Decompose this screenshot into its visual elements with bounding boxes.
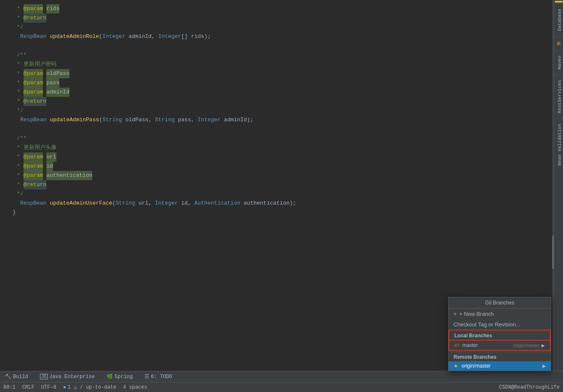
sidebar-item-maven-label[interactable]: Maven xyxy=(554,50,563,75)
popup-title: Git Branches xyxy=(448,297,551,309)
tag-icon: 🏷 xyxy=(454,343,459,348)
annotation-param: @param xyxy=(24,4,43,13)
code-line: RespBean updateAdminUserFace(String url,… xyxy=(0,199,555,208)
build-tab[interactable]: 🔨 Build xyxy=(3,373,30,381)
spring-tab[interactable]: 🌿 Spring xyxy=(105,373,134,381)
code-line: * @return xyxy=(0,180,555,189)
code-line: * @param rids xyxy=(0,4,555,13)
remote-branch-name: origin/master xyxy=(462,363,491,369)
list-icon: ☰ xyxy=(144,373,149,380)
code-line: * @param authentication xyxy=(0,171,555,180)
remote-branch-origin-master[interactable]: ★ origin/master ▶ xyxy=(448,361,551,371)
code-line: * @param pass xyxy=(0,78,555,88)
new-branch-button[interactable]: + + New Branch xyxy=(448,309,551,319)
user-info: CSDN@ReadThroughLife xyxy=(499,384,560,390)
code-line: /** xyxy=(0,134,555,143)
sidebar-item-database[interactable]: Database xyxy=(554,3,563,36)
code-line: * @param oldPass xyxy=(0,69,555,78)
code-line: RespBean updateAdminRole(Integer adminId… xyxy=(0,32,555,41)
branch-name: master xyxy=(462,342,478,348)
java-enterprise-tab[interactable]: JE Java Enterprise xyxy=(38,373,96,381)
line-separator[interactable]: CRLF xyxy=(22,384,35,390)
checkout-tag-button[interactable]: Checkout Tag or Revision... xyxy=(448,319,551,330)
chevron-right-icon: ▶ xyxy=(542,363,546,369)
code-line: */ xyxy=(0,189,555,199)
code-line xyxy=(0,41,555,51)
code-line: * 更新用户密码 xyxy=(0,60,555,69)
code-line: * @param id xyxy=(0,162,555,171)
plus-icon: + xyxy=(454,311,457,317)
status-bar: 80:1 CRLF UTF-8 ● 1 △ / up-to-date 4 spa… xyxy=(0,382,563,392)
code-line: /** xyxy=(0,51,555,60)
sidebar-item-rest[interactable]: RestServices xyxy=(554,75,563,118)
git-status[interactable]: ● 1 △ / up-to-date xyxy=(63,384,116,390)
code-line: * @return xyxy=(0,97,555,106)
yellow-indicator xyxy=(555,1,563,3)
branch-remote-tag: origin/master xyxy=(513,343,540,348)
code-line: RespBean updateAdminPass(String oldPass,… xyxy=(0,115,555,125)
je-icon: JE xyxy=(40,374,48,379)
git-icon: ● xyxy=(63,384,66,390)
local-branch-master[interactable]: 🏷 master origin/master ▶ xyxy=(448,341,551,351)
code-line: * @return xyxy=(0,13,555,23)
spring-icon: 🌿 xyxy=(107,373,113,380)
indent-setting[interactable]: 4 spaces xyxy=(123,384,147,390)
sidebar-item-bean-validation[interactable]: Bean Validation xyxy=(554,118,563,171)
cursor-position[interactable]: 80:1 xyxy=(3,384,16,390)
code-line: */ xyxy=(0,106,555,115)
bottom-toolbar: 🔨 Build JE Java Enterprise 🌿 Spring ☰ 6:… xyxy=(0,371,563,382)
encoding[interactable]: UTF-8 xyxy=(41,384,56,390)
todo-tab[interactable]: ☰ 6: TODO xyxy=(143,373,173,381)
right-side-panels: Database m Maven RestServices Bean Valid… xyxy=(554,0,563,371)
code-line: */ xyxy=(0,23,555,32)
code-line: * @param url xyxy=(0,152,555,162)
code-line: * 更新用户头像 xyxy=(0,143,555,152)
code-line: * @param adminId xyxy=(0,88,555,97)
code-line xyxy=(0,125,555,134)
git-branches-popup: Git Branches + + New Branch Checkout Tag… xyxy=(448,297,551,371)
hammer-icon: 🔨 xyxy=(5,373,11,380)
branch-arrow-icon: ▶ xyxy=(542,343,545,348)
local-branches-header: Local Branches xyxy=(448,330,551,341)
star-icon: ★ xyxy=(454,363,458,369)
code-line: } xyxy=(0,208,555,217)
sidebar-item-maven[interactable]: m xyxy=(554,36,563,50)
remote-branches-header: Remote Branches xyxy=(448,352,551,361)
